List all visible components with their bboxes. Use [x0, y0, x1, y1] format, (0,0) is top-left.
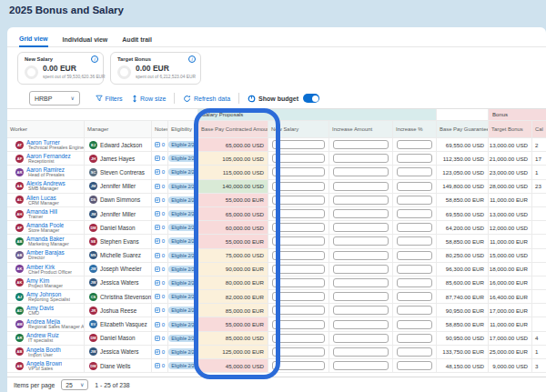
- eligibility-badge[interactable]: Eligible 2/2: [168, 362, 197, 369]
- notes-button[interactable]: 0: [152, 263, 168, 276]
- notes-button[interactable]: 0: [152, 166, 168, 179]
- increase-amount-input[interactable]: [333, 347, 389, 357]
- new-salary-input[interactable]: [272, 140, 325, 149]
- increase-percent-input[interactable]: [397, 223, 432, 232]
- increase-amount-input[interactable]: [333, 334, 389, 343]
- increase-percent-input[interactable]: [397, 320, 432, 329]
- eligibility-badge[interactable]: Eligible 2/2: [168, 196, 197, 204]
- new-salary-input[interactable]: [272, 209, 325, 218]
- new-salary-input[interactable]: [272, 223, 325, 232]
- eligibility-badge[interactable]: Eligible 2/2: [168, 279, 197, 286]
- view-selector-dropdown[interactable]: HRBP ∨: [29, 91, 80, 106]
- info-icon[interactable]: i: [91, 55, 98, 63]
- tab-audit-trail[interactable]: Audit trail: [122, 36, 152, 46]
- increase-amount-input[interactable]: [333, 209, 389, 218]
- eligibility-badge[interactable]: Eligible 2/2: [168, 293, 197, 300]
- eligibility-badge[interactable]: Eligible 2/2: [168, 307, 197, 314]
- eligibility-badge[interactable]: Eligible 2/2: [168, 183, 197, 190]
- eligibility-badge[interactable]: Eligible 2/2: [168, 155, 197, 162]
- column-header-new-salary[interactable]: New Salary: [268, 121, 329, 138]
- increase-percent-input[interactable]: [397, 278, 432, 287]
- increase-percent-input[interactable]: [397, 334, 432, 343]
- column-header-notes[interactable]: Notes: [152, 121, 168, 138]
- increase-percent-input[interactable]: [397, 306, 432, 315]
- increase-percent-input[interactable]: [397, 292, 432, 301]
- tab-individual-view[interactable]: Individual view: [63, 36, 108, 46]
- increase-amount-input[interactable]: [333, 223, 389, 232]
- increase-percent-input[interactable]: [397, 154, 432, 163]
- eligibility-badge[interactable]: Eligible 2/2: [168, 141, 197, 148]
- notes-button[interactable]: 0: [152, 317, 168, 331]
- eligibility-badge[interactable]: Eligible 2/2: [168, 335, 197, 342]
- increase-amount-input[interactable]: [333, 236, 389, 246]
- increase-amount-input[interactable]: [333, 292, 389, 301]
- column-header-target-bonus[interactable]: Target Bonus: [489, 121, 532, 138]
- new-salary-input[interactable]: [272, 320, 325, 329]
- increase-amount-input[interactable]: [333, 182, 389, 191]
- eligibility-badge[interactable]: Eligible 2/2: [168, 348, 197, 356]
- increase-percent-input[interactable]: [397, 236, 432, 246]
- new-salary-input[interactable]: [272, 167, 325, 176]
- new-salary-input[interactable]: [272, 251, 325, 260]
- new-salary-input[interactable]: [272, 182, 325, 191]
- column-header-base-pay-contracted[interactable]: Base Pay Contracted Amount: [198, 121, 268, 138]
- increase-amount-input[interactable]: [333, 265, 389, 274]
- increase-percent-input[interactable]: [397, 140, 432, 149]
- notes-button[interactable]: 0: [152, 332, 168, 346]
- increase-amount-input[interactable]: [333, 306, 389, 315]
- column-header-base-pay-guaranteed[interactable]: Base Pay Guaranteed: [437, 121, 489, 138]
- increase-percent-input[interactable]: [397, 361, 432, 370]
- increase-amount-input[interactable]: [333, 154, 389, 163]
- notes-button[interactable]: 0: [152, 304, 168, 317]
- increase-amount-input[interactable]: [333, 278, 389, 287]
- new-salary-input[interactable]: [272, 154, 325, 163]
- notes-button[interactable]: 0: [152, 346, 168, 359]
- notes-button[interactable]: 0: [152, 180, 168, 194]
- column-header-calculated[interactable]: Cal: [532, 121, 546, 138]
- increase-percent-input[interactable]: [397, 209, 432, 218]
- new-salary-input[interactable]: [272, 347, 325, 357]
- column-header-eligibility[interactable]: Eligibility: [168, 121, 198, 138]
- increase-percent-input[interactable]: [397, 347, 432, 357]
- row-size-button[interactable]: Row size: [131, 95, 167, 103]
- column-header-increase-amount[interactable]: Increase Amount: [329, 121, 393, 138]
- notes-button[interactable]: 0: [152, 276, 168, 290]
- eligibility-badge[interactable]: Eligible 2/2: [168, 168, 197, 176]
- notes-button[interactable]: 0: [152, 359, 168, 373]
- new-salary-input[interactable]: [272, 306, 325, 315]
- show-budget-toggle[interactable]: [303, 94, 319, 103]
- eligibility-badge[interactable]: Eligible 2/2: [168, 321, 197, 328]
- increase-amount-input[interactable]: [333, 140, 389, 149]
- eligibility-badge[interactable]: Eligible 2/2: [168, 266, 197, 273]
- increase-amount-input[interactable]: [333, 196, 389, 205]
- increase-percent-input[interactable]: [397, 182, 432, 191]
- notes-button[interactable]: 0: [152, 152, 168, 166]
- refresh-data-button[interactable]: Refresh data: [183, 95, 230, 103]
- notes-button[interactable]: 0: [152, 235, 168, 248]
- increase-amount-input[interactable]: [333, 251, 389, 260]
- eligibility-badge[interactable]: Eligible 2/2: [168, 237, 197, 245]
- new-salary-input[interactable]: [272, 334, 325, 343]
- increase-percent-input[interactable]: [397, 251, 432, 260]
- column-header-worker[interactable]: Worker: [7, 121, 85, 138]
- increase-percent-input[interactable]: [397, 265, 432, 274]
- column-header-increase-percent[interactable]: Increase %: [393, 121, 437, 138]
- eligibility-badge[interactable]: Eligible 2/2: [168, 210, 197, 217]
- notes-button[interactable]: 0: [152, 221, 168, 235]
- page-size-dropdown[interactable]: 25 ∨: [61, 379, 88, 390]
- notes-button[interactable]: 0: [152, 138, 168, 152]
- new-salary-input[interactable]: [272, 292, 325, 301]
- new-salary-input[interactable]: [272, 196, 325, 205]
- increase-amount-input[interactable]: [333, 320, 389, 329]
- increase-amount-input[interactable]: [333, 167, 389, 176]
- new-salary-input[interactable]: [272, 265, 325, 274]
- filters-button[interactable]: Filters: [96, 95, 123, 102]
- eligibility-badge[interactable]: Eligible 2/2: [168, 224, 197, 231]
- increase-percent-input[interactable]: [397, 167, 432, 176]
- notes-button[interactable]: 0: [152, 194, 168, 207]
- notes-button[interactable]: 0: [152, 249, 168, 263]
- info-icon[interactable]: i: [188, 55, 196, 63]
- column-header-manager[interactable]: Manager: [85, 121, 152, 138]
- increase-percent-input[interactable]: [397, 196, 432, 205]
- new-salary-input[interactable]: [272, 236, 325, 246]
